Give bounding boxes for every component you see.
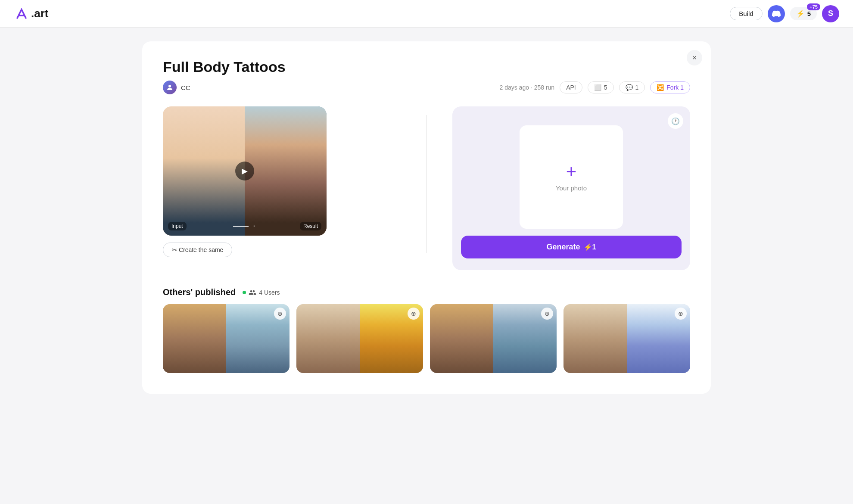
comments-count: 1: [635, 84, 639, 91]
header-right: Build ⚡ 5 +75 S: [730, 5, 839, 22]
gallery-item[interactable]: ⊕: [430, 304, 557, 373]
svg-point-0: [168, 85, 171, 87]
upload-label: Your photo: [556, 184, 587, 192]
arrow-label: ——→: [233, 221, 256, 230]
discord-button[interactable]: [768, 5, 785, 22]
gallery-item[interactable]: ⊕: [296, 304, 423, 373]
preview-result-image: [245, 106, 327, 236]
expand-icon[interactable]: ⊕: [408, 308, 420, 320]
api-button[interactable]: API: [560, 81, 582, 93]
author-name: CC: [181, 84, 190, 91]
generate-cost: ⚡1: [584, 243, 596, 251]
upload-area: 🕐 + Your photo Generate ⚡1: [452, 106, 690, 270]
page-title: Full Body Tattoos: [163, 59, 690, 75]
upload-plus-icon: +: [566, 163, 577, 181]
main-card: × Full Body Tattoos CC 2 days ago · 258 …: [142, 41, 711, 394]
right-panel: 🕐 + Your photo Generate ⚡1: [432, 106, 690, 270]
author-avatar: [163, 81, 177, 94]
preview-container: ▶ Input ——→ Result: [163, 106, 327, 236]
close-button[interactable]: ×: [687, 50, 702, 65]
lightning-count: 5: [807, 10, 811, 17]
saves-button[interactable]: ⬜ 5: [588, 81, 614, 93]
author-info: CC: [163, 81, 190, 94]
comments-button[interactable]: 💬 1: [619, 81, 645, 93]
header: .art Build ⚡ 5 +75 S: [0, 0, 853, 28]
left-panel: ▶ Input ——→ Result ✂ Create the same: [163, 106, 421, 257]
others-title: Others' published: [163, 287, 236, 297]
online-indicator: [243, 291, 246, 294]
expand-icon[interactable]: ⊕: [274, 308, 286, 320]
comments-icon: 💬: [626, 84, 633, 91]
preview-input-image: [163, 106, 245, 236]
plus-badge: +75: [807, 3, 820, 10]
gallery-grid: ⊕ ⊕ ⊕: [163, 304, 690, 373]
history-button[interactable]: 🕐: [668, 113, 683, 129]
main-wrapper: × Full Body Tattoos CC 2 days ago · 258 …: [125, 28, 728, 408]
result-label: Result: [300, 222, 321, 230]
play-button[interactable]: ▶: [235, 162, 254, 180]
expand-icon[interactable]: ⊕: [675, 308, 687, 320]
input-label: Input: [168, 222, 187, 230]
others-header: Others' published 4 Users: [163, 287, 690, 297]
generate-label: Generate: [547, 243, 580, 252]
lightning-icon: ⚡: [796, 9, 805, 18]
build-button[interactable]: Build: [730, 7, 762, 20]
meta-actions: 2 days ago · 258 run API ⬜ 5 💬 1 🔀 Fork …: [499, 81, 690, 93]
content-grid: ▶ Input ——→ Result ✂ Create the same 🕐 +…: [163, 106, 690, 270]
generate-button[interactable]: Generate ⚡1: [461, 236, 682, 258]
author-row: CC 2 days ago · 258 run API ⬜ 5 💬 1 🔀 Fo…: [163, 81, 690, 94]
fork-button[interactable]: 🔀 Fork 1: [650, 81, 690, 93]
user-avatar[interactable]: S: [822, 5, 839, 22]
logo-text: .art: [31, 7, 48, 20]
fork-icon: 🔀: [657, 84, 664, 91]
others-section: Others' published 4 Users ⊕: [163, 287, 690, 373]
upload-box[interactable]: + Your photo: [520, 125, 623, 229]
lightning-button[interactable]: ⚡ 5 +75: [790, 7, 817, 20]
create-same-button[interactable]: ✂ Create the same: [163, 243, 232, 257]
users-count: 4 Users: [259, 289, 280, 296]
vertical-divider: [426, 115, 427, 253]
saves-count: 5: [604, 84, 607, 91]
users-badge: 4 Users: [243, 289, 280, 296]
meta-time: 2 days ago · 258 run: [499, 84, 554, 91]
fork-label: Fork 1: [666, 84, 684, 91]
logo[interactable]: .art: [14, 6, 48, 22]
gallery-item[interactable]: ⊕: [563, 304, 690, 373]
gallery-item[interactable]: ⊕: [163, 304, 290, 373]
expand-icon[interactable]: ⊕: [541, 308, 553, 320]
saves-icon: ⬜: [594, 84, 601, 91]
